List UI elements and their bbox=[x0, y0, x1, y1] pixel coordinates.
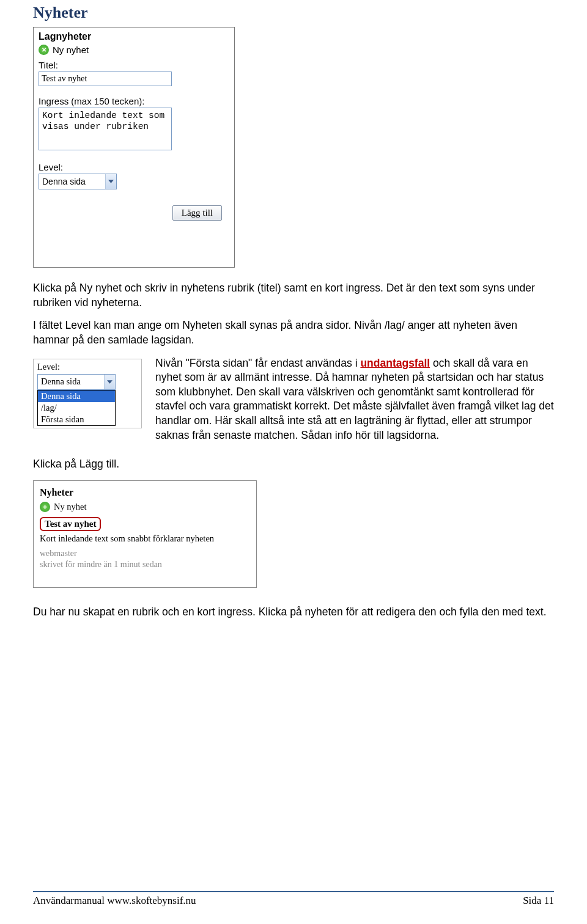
level-dropdown-open: Level: Denna sida Denna sida /lag/ Först… bbox=[33, 359, 142, 428]
titel-input[interactable] bbox=[39, 72, 172, 86]
paragraph-4: Klicka på Lägg till. bbox=[33, 457, 554, 472]
new-nyhet-label: Ny nyhet bbox=[53, 45, 89, 55]
paragraph-5: Du har nu skapat en rubrik och en kort i… bbox=[33, 605, 554, 620]
para3-post: och skall då vara en nyhet som är av all… bbox=[155, 357, 554, 441]
leveldrop-selected: Denna sida bbox=[38, 376, 84, 387]
delete-icon bbox=[39, 45, 49, 55]
level-selected-text: Denna sida bbox=[39, 177, 89, 186]
add-icon: + bbox=[40, 502, 50, 512]
new-nyhet-link[interactable]: Ny nyhet bbox=[39, 45, 229, 55]
paragraph-2a: I fältet Level kan man ange om Nyheten s… bbox=[33, 318, 554, 347]
footer-left: Användarmanual www.skoftebynsif.nu bbox=[33, 895, 196, 907]
news-item-meta: webmaster skrivet för mindre än 1 minut … bbox=[40, 548, 250, 570]
ingress-label: Ingress (max 150 tecken): bbox=[39, 96, 229, 106]
undantagsfall-emphasis: undantagsfall bbox=[360, 357, 430, 369]
level-select[interactable]: Denna sida bbox=[39, 174, 117, 189]
titel-label: Titel: bbox=[39, 60, 229, 70]
page-heading: Nyheter bbox=[33, 4, 554, 22]
widget2-new-link[interactable]: + Ny nyhet bbox=[40, 502, 250, 512]
nyheter-list-widget: Nyheter + Ny nyhet Test av nyhet Kort in… bbox=[33, 480, 257, 588]
news-item-ingress: Kort inledande text som snabbt förklarar… bbox=[40, 533, 250, 544]
widget2-new-label: Ny nyhet bbox=[54, 502, 87, 512]
news-item-title[interactable]: Test av nyhet bbox=[40, 517, 101, 531]
leveldrop-option[interactable]: Första sidan bbox=[38, 414, 115, 425]
lagnyheter-form: Lagnyheter Ny nyhet Titel: Ingress (max … bbox=[33, 27, 235, 268]
page-footer: Användarmanual www.skoftebynsif.nu Sida … bbox=[33, 891, 554, 907]
widget2-heading: Nyheter bbox=[40, 487, 250, 498]
level-label: Level: bbox=[39, 162, 229, 172]
chevron-down-icon bbox=[104, 375, 115, 389]
para3-pre: Nivån "Första sidan" får endast användas… bbox=[155, 357, 360, 369]
news-author: webmaster bbox=[40, 548, 250, 559]
footer-right: Sida 11 bbox=[523, 895, 554, 907]
widget1-title: Lagnyheter bbox=[39, 31, 229, 42]
lagg-till-button[interactable]: Lägg till bbox=[172, 205, 222, 221]
leveldrop-select[interactable]: Denna sida bbox=[37, 374, 116, 390]
paragraph-1: Klicka på Ny nyhet och skriv in nyhetens… bbox=[33, 281, 554, 310]
leveldrop-options: Denna sida /lag/ Första sidan bbox=[37, 390, 116, 426]
news-time: skrivet för mindre än 1 minut sedan bbox=[40, 559, 250, 570]
leveldrop-option[interactable]: /lag/ bbox=[38, 402, 115, 414]
chevron-down-icon bbox=[105, 174, 116, 189]
leveldrop-label: Level: bbox=[37, 362, 138, 372]
leveldrop-option[interactable]: Denna sida bbox=[38, 391, 115, 402]
ingress-textarea[interactable] bbox=[39, 108, 172, 150]
